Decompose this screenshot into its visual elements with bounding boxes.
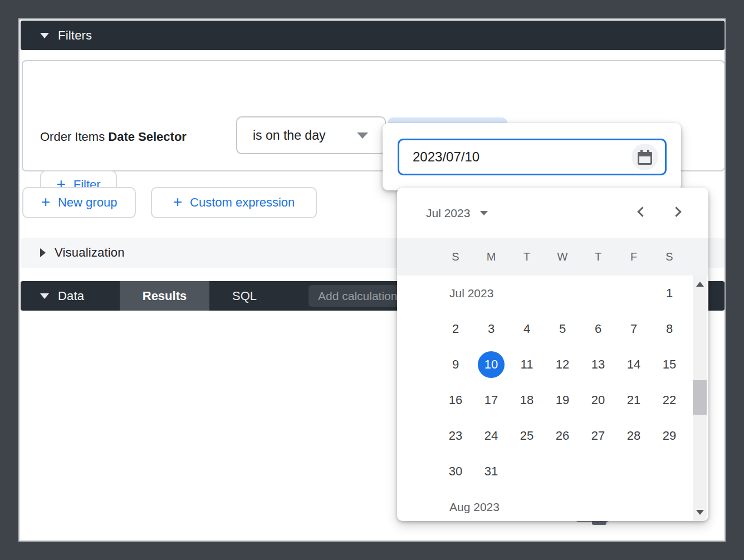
calendar-day[interactable]: 11 <box>513 351 540 378</box>
calendar-day[interactable]: 15 <box>656 351 683 378</box>
calendar-day-cell[interactable]: 26 <box>545 418 580 454</box>
calendar-day-cell[interactable]: 15 <box>652 347 687 382</box>
calendar-day-cell[interactable]: 21 <box>616 382 652 418</box>
calendar-day[interactable]: 18 <box>513 387 540 414</box>
month-select[interactable]: Jul 2023 <box>426 188 488 238</box>
calendar-day[interactable]: 24 <box>478 423 505 449</box>
calendar-day[interactable]: 2 <box>442 316 469 342</box>
date-input-field[interactable]: 2023/07/10 <box>398 139 667 175</box>
calendar-empty-cell <box>616 276 652 311</box>
calendar-day[interactable]: 17 <box>478 387 505 414</box>
calendar-day[interactable]: 20 <box>585 387 611 414</box>
calendar-day[interactable]: 12 <box>549 351 576 378</box>
calendar-day[interactable]: 8 <box>656 316 683 342</box>
calendar-day-cell[interactable]: 22 <box>652 382 687 418</box>
calendar-day-cell[interactable]: 12 <box>545 347 580 382</box>
filter-operator-select[interactable]: is on the day <box>236 116 386 154</box>
calendar-day-cell[interactable]: 14 <box>616 347 652 382</box>
calendar-day-cell[interactable]: 28 <box>616 418 652 454</box>
calendar-day[interactable]: 19 <box>549 387 576 414</box>
calendar-month-label: Aug 2023 <box>449 489 500 521</box>
calendar-toggle-button[interactable] <box>632 144 658 170</box>
calendar-day[interactable]: 5 <box>549 316 576 342</box>
calendar-day[interactable]: 27 <box>585 423 611 449</box>
calendar-day-cell[interactable]: 1 <box>652 276 687 311</box>
calendar-day-cell[interactable]: 13 <box>580 347 616 382</box>
calendar-day-cell[interactable]: 17 <box>473 382 509 418</box>
calendar-empty-cell <box>616 454 652 489</box>
new-group-label: New group <box>58 195 117 210</box>
filter-field-label: Order Items Date Selector <box>40 130 187 144</box>
filter-field-group: Order Items <box>40 130 105 144</box>
calendar-day-cell[interactable]: 20 <box>580 382 616 418</box>
calendar-day-selected[interactable]: 10 <box>478 351 505 378</box>
calendar-day[interactable]: 9 <box>442 351 469 378</box>
calendar-day-cell[interactable]: 23 <box>438 418 473 454</box>
tab-sql[interactable]: SQL <box>209 281 280 311</box>
next-month-icon[interactable] <box>671 207 681 217</box>
calendar-day-cell[interactable]: 4 <box>509 311 545 347</box>
calendar-day-cell[interactable]: 27 <box>580 418 616 454</box>
calendar-day-cell[interactable]: 16 <box>438 382 473 418</box>
calendar-day-cell[interactable]: 6 <box>580 311 616 347</box>
calendar-day-cell[interactable]: 25 <box>509 418 545 454</box>
calendar-day-cell[interactable]: 11 <box>509 347 545 382</box>
calendar-day-cell[interactable]: 2 <box>438 311 473 347</box>
calendar-day-cell[interactable]: 31 <box>473 454 509 489</box>
calendar-week-row: 9101112131415 <box>438 347 687 382</box>
filter-operator-value: is on the day <box>253 128 325 143</box>
calendar-day-cell[interactable]: 5 <box>545 311 580 347</box>
calendar-day[interactable]: 28 <box>620 423 647 449</box>
calendar-day-cell[interactable]: 3 <box>473 311 509 347</box>
calendar-day-cell[interactable]: 7 <box>616 311 652 347</box>
calendar-day-cell[interactable]: 30 <box>438 454 473 489</box>
dropdown-caret-icon <box>357 132 368 139</box>
new-group-button[interactable]: + New group <box>22 187 136 218</box>
date-input-value: 2023/07/10 <box>413 149 479 165</box>
calendar-week-row: 16171819202122 <box>438 382 687 418</box>
prev-month-icon[interactable] <box>637 207 647 217</box>
day-of-week-label: T <box>509 238 545 276</box>
visualization-expand-icon[interactable] <box>40 248 46 257</box>
calendar-empty-cell <box>545 454 580 489</box>
calendar-day[interactable]: 25 <box>513 423 540 449</box>
calendar-day[interactable]: 3 <box>478 316 505 342</box>
calendar-day[interactable]: 4 <box>513 316 540 342</box>
calendar-day-cell[interactable]: 18 <box>509 382 545 418</box>
calendar-day[interactable]: 23 <box>442 423 469 449</box>
scroll-up-icon[interactable] <box>696 282 704 287</box>
filters-collapse-icon[interactable] <box>40 33 49 38</box>
calendar-week-row: Aug 2023 <box>438 489 687 521</box>
calendar-day[interactable]: 16 <box>442 387 469 414</box>
calendar-scrollbar[interactable] <box>693 276 707 521</box>
calendar-day[interactable]: 29 <box>656 423 683 449</box>
month-dropdown-caret-icon <box>480 211 488 215</box>
calendar-day[interactable]: 21 <box>620 387 647 414</box>
calendar-day-cell[interactable]: 19 <box>545 382 580 418</box>
calendar-day-cell[interactable]: 8 <box>652 311 687 347</box>
calendar-day[interactable]: 1 <box>656 280 683 307</box>
scroll-down-icon[interactable] <box>696 510 704 515</box>
calendar-day[interactable]: 7 <box>620 316 647 342</box>
calendar-day-cell[interactable]: 9 <box>438 347 473 382</box>
day-of-week-label: S <box>438 238 473 276</box>
calendar-day[interactable]: 13 <box>585 351 611 378</box>
calendar-day[interactable]: 30 <box>442 458 469 485</box>
calendar-empty-cell <box>580 276 616 311</box>
scrollbar-thumb[interactable] <box>693 380 707 415</box>
calendar-day-cell[interactable]: 10 <box>473 347 509 382</box>
calendar-day-cell[interactable]: 24 <box>473 418 509 454</box>
day-of-week-row: SMTWTFS <box>438 238 687 276</box>
tab-results[interactable]: Results <box>120 281 209 311</box>
calendar-day[interactable]: 31 <box>478 458 505 485</box>
calendar-header: Jul 2023 <box>397 188 708 238</box>
calendar-grid: Jul 202312345678910111213141516171819202… <box>438 276 687 521</box>
calendar-day[interactable]: 6 <box>585 316 611 342</box>
calendar-day[interactable]: 22 <box>656 387 683 414</box>
filters-section-header[interactable]: Filters <box>21 21 725 50</box>
calendar-day-cell[interactable]: 29 <box>652 418 687 454</box>
calendar-day[interactable]: 26 <box>549 423 576 449</box>
calendar-day[interactable]: 14 <box>620 351 647 378</box>
data-collapse-icon[interactable] <box>40 293 49 299</box>
custom-expression-button[interactable]: + Custom expression <box>151 187 317 218</box>
